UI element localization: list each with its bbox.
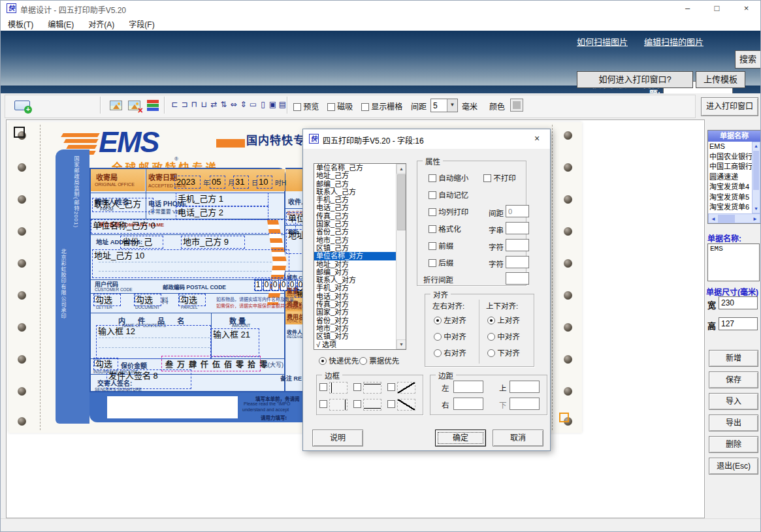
field-list-item[interactable]: 省份_对方 bbox=[314, 317, 397, 324]
field-list-item[interactable]: 国家_对方 bbox=[314, 308, 397, 316]
sidebar-button[interactable]: 退出(Esc) bbox=[709, 458, 758, 475]
field-overlay[interactable]: 勾选 bbox=[93, 358, 118, 370]
even-print-checkbox[interactable]: 均列打印 bbox=[429, 206, 468, 217]
magnet-checkbox-box[interactable] bbox=[327, 103, 335, 111]
field-list-item[interactable]: 单位名称_对方 bbox=[314, 252, 397, 260]
close-button[interactable]: × bbox=[731, 1, 761, 18]
new-field-icon[interactable]: + bbox=[10, 97, 35, 115]
field-list-item[interactable]: 地市_对方 bbox=[314, 324, 397, 332]
border-option[interactable] bbox=[319, 399, 353, 411]
format-checkbox[interactable]: 格式化 bbox=[429, 223, 461, 234]
h-align-radio[interactable]: 中对齐 bbox=[434, 331, 466, 341]
menu-item[interactable]: 对齐(A) bbox=[81, 16, 121, 31]
preview-checkbox-box[interactable] bbox=[293, 103, 301, 111]
width-input[interactable] bbox=[719, 296, 758, 309]
field-overlay[interactable]: 发件人签名 8 bbox=[106, 369, 191, 389]
scroll-down-icon[interactable]: ▼ bbox=[753, 205, 760, 213]
prefix-char-input[interactable] bbox=[506, 239, 529, 251]
margin-right-input[interactable] bbox=[453, 398, 483, 410]
no-print-checkbox[interactable]: 不打印 bbox=[483, 172, 516, 183]
field-overlay[interactable]: 2023 bbox=[174, 176, 201, 189]
field-overlay[interactable]: 省份_己 bbox=[120, 236, 163, 249]
template-list-item[interactable]: 淘宝发货单6 bbox=[708, 202, 752, 213]
template-list-item[interactable]: 圆通速递 bbox=[708, 172, 752, 183]
field-list-item[interactable]: 电话_对方 bbox=[314, 292, 397, 300]
minimize-button[interactable]: – bbox=[672, 1, 703, 18]
wrap-spacing-input[interactable] bbox=[506, 272, 529, 285]
preview-checkbox[interactable]: 预览 bbox=[293, 101, 319, 112]
field-overlay[interactable]: 05 bbox=[210, 176, 225, 189]
magnet-checkbox[interactable]: 磁吸 bbox=[327, 101, 353, 112]
field-list-item[interactable]: 地市_己方 bbox=[314, 236, 397, 244]
field-overlay[interactable]: 31 bbox=[233, 176, 249, 189]
field-list-item[interactable]: 地址_己方 bbox=[314, 172, 397, 180]
field-list-item[interactable]: 省份_己方 bbox=[314, 228, 397, 236]
scroll-right-icon[interactable]: ► bbox=[751, 215, 759, 223]
field-overlay[interactable]: 手机_己方 1 bbox=[176, 193, 268, 206]
field-overlay[interactable]: 地市_己方 9 bbox=[181, 236, 245, 249]
field-overlay[interactable]: 输入框 21 bbox=[211, 328, 259, 357]
menu-item[interactable]: 模板(T) bbox=[1, 16, 40, 31]
grid-checkbox[interactable]: 显示栅格 bbox=[361, 101, 402, 112]
template-list-item[interactable]: EMS bbox=[708, 142, 752, 152]
template-list-item[interactable]: 淘宝发货单5 bbox=[708, 193, 752, 203]
scroll-thumb[interactable] bbox=[753, 151, 759, 190]
field-list-item[interactable]: 手机_对方 bbox=[314, 284, 397, 292]
cancel-button[interactable]: 取消 bbox=[493, 430, 543, 446]
field-overlay[interactable]: 10 bbox=[257, 176, 272, 189]
colors-icon[interactable] bbox=[144, 97, 161, 114]
scroll-up-icon[interactable]: ▲ bbox=[753, 142, 760, 150]
field-overlay[interactable]: 勾选 bbox=[134, 294, 161, 306]
field-list-item[interactable]: 邮编_己方 bbox=[314, 180, 397, 188]
insert-image-icon[interactable] bbox=[107, 97, 124, 114]
field-list-item[interactable]: 传真_对方 bbox=[314, 300, 397, 308]
sidebar-button[interactable]: 删除 bbox=[709, 436, 758, 453]
v-align-radio[interactable]: 中对齐 bbox=[487, 331, 520, 341]
margin-left-input[interactable] bbox=[453, 381, 483, 393]
field-list-scrollbar[interactable]: ▲ ▼ bbox=[396, 164, 406, 349]
dialog-titlebar[interactable]: 快 四五打印助手V5.20 - 字段:16 × bbox=[303, 129, 550, 149]
template-name-textarea[interactable]: EMS bbox=[707, 243, 760, 281]
grid-checkbox-box[interactable] bbox=[361, 103, 369, 111]
field-list-item[interactable]: 手机_己方 bbox=[314, 196, 397, 204]
maximize-button[interactable]: □ bbox=[702, 1, 732, 18]
field-list-item[interactable]: 国家_己方 bbox=[314, 220, 397, 228]
margin-bottom-input[interactable] bbox=[510, 398, 540, 410]
auto-shrink-checkbox[interactable]: 自动缩小 bbox=[429, 172, 468, 183]
delete-image-icon[interactable]: × bbox=[125, 97, 142, 114]
field-overlay[interactable]: 勾选 bbox=[93, 294, 121, 306]
dialog-close-icon[interactable]: × bbox=[530, 133, 543, 144]
priority-radio[interactable]: 快递优先 bbox=[319, 355, 359, 366]
field-list-item[interactable]: √ 选项 bbox=[314, 341, 397, 349]
prefix-checkbox[interactable]: 前缀 bbox=[429, 240, 453, 251]
field-list-item[interactable]: 区镇_己方 bbox=[314, 244, 397, 252]
border-option[interactable] bbox=[387, 399, 421, 411]
enter-print-window-button[interactable]: 进入打印窗口 bbox=[701, 97, 758, 116]
field-list-item[interactable]: 单位名称_己方 bbox=[314, 164, 397, 172]
field-list-item[interactable]: 电话_己方 bbox=[314, 204, 397, 211]
field-overlay[interactable]: 地址_己方 10 bbox=[92, 249, 289, 278]
template-hscrollbar[interactable]: ◄ ► bbox=[708, 213, 760, 223]
field-overlay[interactable]: 单位名称_己方 0 bbox=[91, 219, 296, 234]
template-vscrollbar[interactable]: ▲ ▼ bbox=[752, 142, 760, 213]
suffix-checkbox[interactable]: 后缀 bbox=[429, 257, 453, 268]
border-option[interactable] bbox=[319, 382, 353, 394]
spacing-dropdown[interactable]: 5 ▼ bbox=[430, 99, 458, 112]
field-list-item[interactable]: 联系人_己方 bbox=[314, 188, 397, 196]
scroll-down-icon[interactable]: ▼ bbox=[397, 339, 406, 349]
priority-radio[interactable]: 票据优先 bbox=[359, 355, 399, 366]
border-option[interactable] bbox=[353, 382, 387, 394]
suffix-char-input[interactable] bbox=[506, 256, 529, 268]
field-list-item[interactable]: 邮编_对方 bbox=[314, 268, 397, 276]
scroll-up-icon[interactable]: ▲ bbox=[397, 164, 406, 174]
scan-help-link[interactable]: 如何扫描图片 bbox=[577, 35, 628, 48]
template-list-item[interactable]: 中国农业银行 bbox=[708, 152, 752, 163]
template-list-item[interactable]: 淘宝发货单4 bbox=[708, 182, 752, 193]
field-list-item[interactable]: 传真_己方 bbox=[314, 212, 397, 220]
field-list-item[interactable]: 联系人_对方 bbox=[314, 276, 397, 284]
height-input[interactable] bbox=[719, 317, 758, 330]
scroll-thumb[interactable] bbox=[397, 174, 406, 230]
h-align-radio[interactable]: 左对齐 bbox=[434, 315, 466, 325]
margin-top-input[interactable] bbox=[510, 381, 540, 393]
search-button[interactable]: 搜索 bbox=[735, 50, 761, 69]
